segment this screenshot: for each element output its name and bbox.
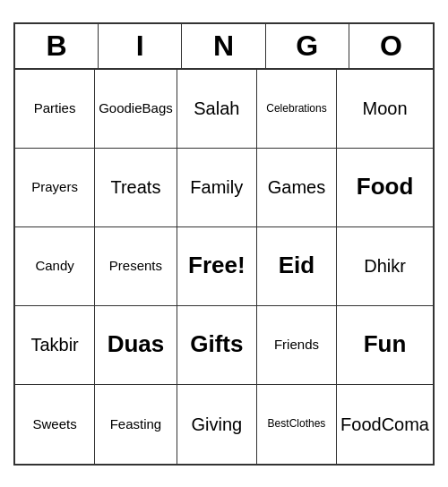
bingo-cell-3: Celebrations [257,70,337,149]
bingo-cell-10: Candy [15,227,95,306]
bingo-cell-11: Presents [95,227,177,306]
bingo-cell-14: Dhikr [337,227,433,306]
bingo-grid: PartiesGoodieBagsSalahCelebrationsMoonPr… [15,70,433,464]
bingo-cell-7: Family [177,149,257,227]
bingo-cell-19: Fun [337,306,433,385]
bingo-cell-20: Sweets [15,385,95,464]
header-letter-n: N [182,24,265,68]
bingo-cell-0: Parties [15,70,95,149]
bingo-cell-12: Free! [177,227,257,306]
bingo-cell-8: Games [257,149,337,227]
bingo-cell-5: Prayers [15,149,95,227]
bingo-cell-15: Takbir [15,306,95,385]
header-letter-o: O [349,24,433,68]
bingo-card: BINGO PartiesGoodieBagsSalahCelebrations… [13,22,435,466]
bingo-cell-1: GoodieBags [95,70,177,149]
bingo-cell-9: Food [337,149,433,227]
bingo-cell-6: Treats [95,149,177,227]
header-letter-b: B [15,24,99,68]
bingo-cell-18: Friends [257,306,337,385]
bingo-cell-23: BestClothes [257,385,337,464]
bingo-cell-13: Eid [257,227,337,306]
bingo-cell-2: Salah [177,70,257,149]
header-letter-i: I [99,24,182,68]
bingo-cell-24: FoodComa [337,385,433,464]
bingo-header: BINGO [15,24,433,70]
bingo-cell-21: Feasting [95,385,177,464]
bingo-cell-4: Moon [337,70,433,149]
header-letter-g: G [266,24,349,68]
bingo-cell-16: Duas [95,306,177,385]
bingo-cell-22: Giving [177,385,257,464]
bingo-cell-17: Gifts [177,306,257,385]
